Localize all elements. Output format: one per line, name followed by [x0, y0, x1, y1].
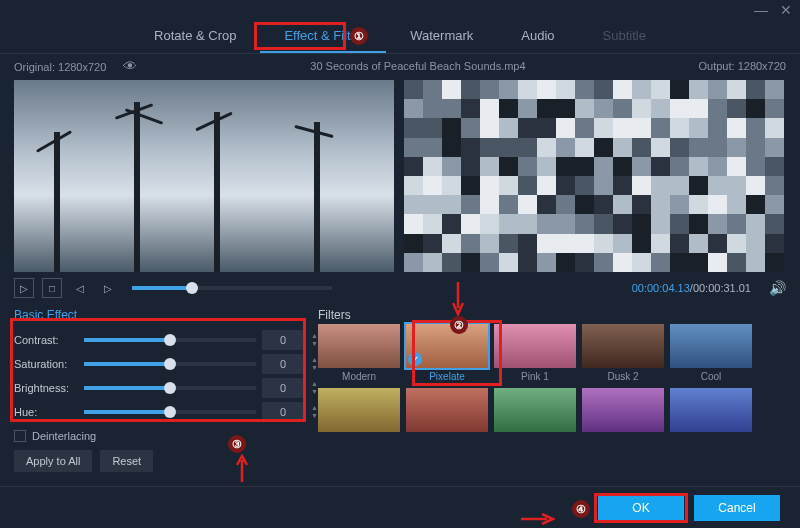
preview-output — [404, 80, 784, 272]
filter-thumb-9[interactable] — [670, 388, 752, 435]
stop-button[interactable]: □ — [42, 278, 62, 298]
arrow-down-icon — [452, 282, 464, 316]
brightness-label: Brightness: — [14, 382, 78, 394]
filters-title: Filters — [318, 302, 786, 324]
basic-effect-title: Basic Effect — [14, 302, 304, 328]
titlebar: — ✕ — [0, 0, 800, 20]
filter-thumb-6[interactable] — [406, 388, 488, 435]
contrast-slider[interactable] — [84, 338, 256, 342]
bottom-bar: OK Cancel — [0, 486, 800, 528]
tab-watermark[interactable]: Watermark — [386, 20, 497, 53]
close-icon[interactable]: ✕ — [780, 2, 792, 18]
filter-label: Pink 1 — [494, 368, 576, 382]
annotation-marker-4: ④ — [572, 500, 590, 518]
filter-thumb-7[interactable] — [494, 388, 576, 435]
saturation-value[interactable]: 0▲▼ — [262, 354, 304, 374]
brightness-slider[interactable] — [84, 386, 256, 390]
contrast-value[interactable]: 0▲▼ — [262, 330, 304, 350]
hue-value[interactable]: 0▲▼ — [262, 402, 304, 422]
tab-subtitle: Subtitle — [579, 20, 670, 53]
filter-thumb-5[interactable] — [318, 388, 400, 435]
preview-area — [0, 78, 800, 274]
filter-label — [318, 432, 400, 435]
filters-grid: Modern✓PixelatePink 1Dusk 2Cool — [318, 324, 786, 435]
annotation-marker-1: ① — [350, 27, 368, 45]
arrow-right-icon — [521, 513, 555, 525]
filter-thumb-Modern[interactable]: Modern — [318, 324, 400, 382]
play-button[interactable]: ▷ — [14, 278, 34, 298]
tab-rotate-crop[interactable]: Rotate & Crop — [130, 20, 260, 53]
minimize-icon[interactable]: — — [754, 2, 768, 18]
output-resolution: Output: 1280x720 — [699, 60, 786, 72]
filter-label: Modern — [318, 368, 400, 382]
hue-slider[interactable] — [84, 410, 256, 414]
original-resolution: Original: 1280x720 — [14, 61, 106, 73]
basic-effect-panel: Basic Effect Contrast: 0▲▼ Saturation: 0… — [14, 302, 304, 472]
filter-thumb-Cool[interactable]: Cool — [670, 324, 752, 382]
tabs: Rotate & Crop Effect & Filter Watermark … — [0, 20, 800, 54]
filter-thumb-Pixelate[interactable]: ✓Pixelate — [406, 324, 488, 382]
apply-to-all-button[interactable]: Apply to All — [14, 450, 92, 472]
annotation-marker-2: ② — [450, 316, 468, 334]
deinterlacing-checkbox[interactable]: Deinterlacing — [14, 430, 304, 442]
filter-label — [670, 432, 752, 435]
brightness-value[interactable]: 0▲▼ — [262, 378, 304, 398]
check-icon: ✓ — [408, 352, 422, 366]
filter-label: Dusk 2 — [582, 368, 664, 382]
filter-thumb-8[interactable] — [582, 388, 664, 435]
filter-label: Cool — [670, 368, 752, 382]
time-display: 00:00:04.13/00:00:31.01 — [632, 282, 751, 294]
filter-label — [582, 432, 664, 435]
filter-label — [494, 432, 576, 435]
seek-slider[interactable] — [132, 286, 332, 290]
eye-icon[interactable]: 👁 — [123, 58, 137, 74]
filter-label — [406, 432, 488, 435]
filter-label: Pixelate — [406, 368, 488, 382]
tab-audio[interactable]: Audio — [497, 20, 578, 53]
info-row: Original: 1280x720 👁 30 Seconds of Peace… — [0, 54, 800, 78]
annotation-marker-3: ③ — [228, 435, 246, 453]
contrast-label: Contrast: — [14, 334, 78, 346]
saturation-label: Saturation: — [14, 358, 78, 370]
hue-label: Hue: — [14, 406, 78, 418]
filter-thumb-Dusk 2[interactable]: Dusk 2 — [582, 324, 664, 382]
filename-label: 30 Seconds of Peaceful Beach Sounds.mp4 — [310, 60, 525, 72]
filters-panel: Filters Modern✓PixelatePink 1Dusk 2Cool — [318, 302, 786, 472]
reset-button[interactable]: Reset — [100, 450, 153, 472]
ok-button[interactable]: OK — [598, 495, 684, 521]
saturation-slider[interactable] — [84, 362, 256, 366]
prev-frame-button[interactable]: ◁ — [70, 278, 90, 298]
checkbox-icon[interactable] — [14, 430, 26, 442]
next-frame-button[interactable]: ▷ — [98, 278, 118, 298]
preview-original — [14, 80, 394, 272]
cancel-button[interactable]: Cancel — [694, 495, 780, 521]
volume-icon[interactable]: 🔊 — [769, 280, 786, 296]
transport-bar: ▷ □ ◁ ▷ 00:00:04.13/00:00:31.01 🔊 — [0, 274, 800, 302]
arrow-up-icon — [236, 454, 248, 482]
filter-thumb-Pink 1[interactable]: Pink 1 — [494, 324, 576, 382]
